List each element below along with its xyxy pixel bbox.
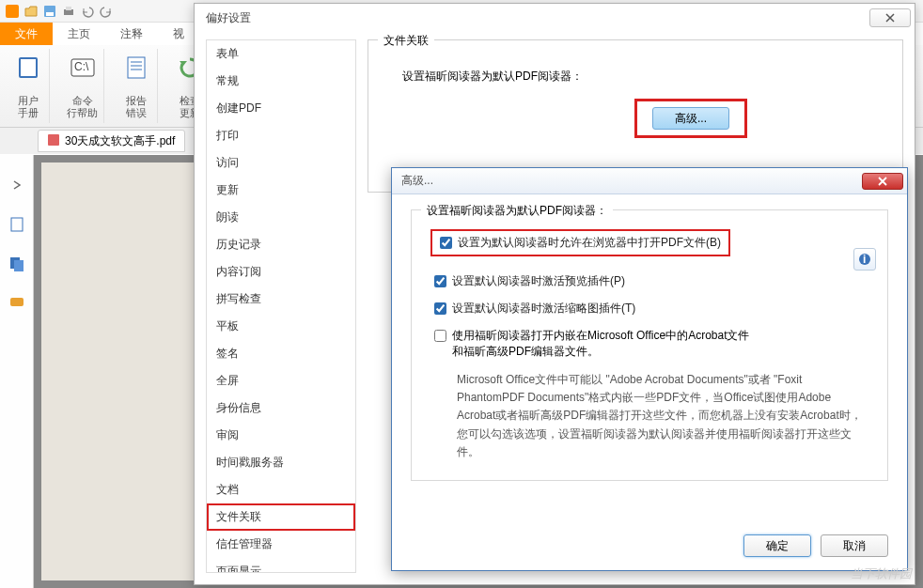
ribbon-error[interactable]: 报告 错误 <box>116 49 158 123</box>
prefs-category-item[interactable]: 内容订阅 <box>207 258 355 286</box>
prefs-category-item[interactable]: 身份信息 <box>207 395 355 422</box>
report-icon <box>121 53 151 83</box>
prefs-category-item[interactable]: 信任管理器 <box>207 531 355 558</box>
prefs-category-item[interactable]: 时间戳服务器 <box>207 449 355 476</box>
tab-home[interactable]: 主页 <box>53 23 105 45</box>
prefs-category-item[interactable]: 更新 <box>207 177 355 204</box>
office-embed-checkbox[interactable] <box>434 330 446 342</box>
info-button[interactable]: i <box>853 248 876 271</box>
tab-annot[interactable]: 注释 <box>105 23 158 45</box>
svg-rect-17 <box>10 298 23 306</box>
close-button[interactable] <box>862 173 903 190</box>
prefs-category-item[interactable]: 朗读 <box>207 204 355 231</box>
comments-icon[interactable] <box>6 292 28 315</box>
prefs-category-item[interactable]: 文档 <box>207 476 355 503</box>
svg-rect-6 <box>21 59 36 76</box>
office-embed-row: 使用福昕阅读器打开内嵌在Microsoft Office中的Acrobat文件 … <box>434 328 872 360</box>
chevron-right-icon[interactable] <box>6 174 28 196</box>
checkbox-label: 设置默认阅读器时激活缩略图插件(T) <box>452 301 635 317</box>
advanced-title-text: 高级... <box>401 173 433 189</box>
svg-rect-14 <box>11 218 23 231</box>
thumbnail-plugin-checkbox[interactable] <box>434 302 446 315</box>
svg-rect-16 <box>14 260 23 271</box>
browser-open-row: 设置为默认阅读器时允许在浏览器中打开PDF文件(B) <box>434 233 727 253</box>
prefs-category-item[interactable]: 文件关联 <box>207 503 355 531</box>
ribbon-label: 用户 手册 <box>18 95 39 119</box>
print-icon[interactable] <box>60 3 77 20</box>
app-icon <box>4 3 21 20</box>
prefs-category-item[interactable]: 访问 <box>207 149 355 177</box>
prefs-category-item[interactable]: 页面显示 <box>207 558 355 573</box>
save-icon[interactable] <box>41 3 58 20</box>
book-icon <box>13 53 43 83</box>
ribbon-label: 报告 错误 <box>126 95 147 119</box>
preferences-category-list[interactable]: 表单常规创建PDF打印访问更新朗读历史记录内容订阅拼写检查平板签名全屏身份信息审… <box>206 39 356 573</box>
svg-rect-13 <box>48 134 59 146</box>
prefs-category-item[interactable]: 创建PDF <box>207 95 355 122</box>
close-button[interactable] <box>869 8 911 27</box>
bookmark-icon[interactable] <box>6 213 28 236</box>
tab-file[interactable]: 文件 <box>0 23 53 45</box>
prefs-category-item[interactable]: 打印 <box>207 122 355 149</box>
svg-text:i: i <box>863 253 866 266</box>
fieldset-legend: 文件关联 <box>378 33 434 49</box>
preview-plugin-row: 设置默认阅读器时激活预览插件(P) <box>434 273 872 289</box>
browser-open-checkbox[interactable] <box>440 237 452 249</box>
advanced-button[interactable]: 高级... <box>652 107 729 130</box>
advanced-fieldset: 设置福昕阅读器为默认PDF阅读器： i 设置为默认阅读器时允许在浏览器中打开PD… <box>411 209 888 481</box>
watermark: 当下软件园 <box>851 565 912 582</box>
svg-rect-9 <box>128 57 145 78</box>
fieldset-legend: 设置福昕阅读器为默认PDF阅读器： <box>421 203 613 219</box>
description-text: Microsoft Office文件中可能以 "Adobe Acrobat Do… <box>457 371 872 461</box>
left-sidebar <box>0 155 34 588</box>
prefs-category-item[interactable]: 审阅 <box>207 422 355 449</box>
pdf-icon <box>48 134 59 148</box>
ribbon-cmdhelp[interactable]: C:\ 命令 行帮助 <box>61 49 104 123</box>
prefs-category-item[interactable]: 常规 <box>207 68 355 95</box>
preview-plugin-checkbox[interactable] <box>434 275 446 287</box>
prefs-category-item[interactable]: 签名 <box>207 340 355 367</box>
dialog-title: 偏好设置 <box>206 10 251 26</box>
checkbox-label: 设置为默认阅读器时允许在浏览器中打开PDF文件(B) <box>458 235 721 251</box>
advanced-button-highlight: 高级... <box>637 101 744 135</box>
prefs-category-item[interactable]: 拼写检查 <box>207 286 355 313</box>
advanced-titlebar: 高级... <box>392 168 907 194</box>
ribbon-manual[interactable]: 用户 手册 <box>8 49 50 123</box>
ribbon-label: 命令 行帮助 <box>67 95 98 119</box>
dialog-titlebar: 偏好设置 <box>195 4 915 32</box>
prefs-category-item[interactable]: 历史记录 <box>207 231 355 258</box>
prefs-category-item[interactable]: 全屏 <box>207 367 355 395</box>
prefs-category-item[interactable]: 平板 <box>207 313 355 340</box>
terminal-icon: C:\ <box>68 53 98 83</box>
checkbox-label: 设置默认阅读器时激活预览插件(P) <box>452 273 625 289</box>
svg-rect-4 <box>66 7 71 10</box>
svg-rect-2 <box>46 12 54 16</box>
redo-icon[interactable] <box>98 3 115 20</box>
pages-icon[interactable] <box>6 253 28 275</box>
undo-icon[interactable] <box>79 3 96 20</box>
ok-button[interactable]: 确定 <box>743 534 811 557</box>
svg-text:C:\: C:\ <box>74 60 89 73</box>
prefs-category-item[interactable]: 表单 <box>207 40 355 68</box>
svg-rect-0 <box>6 5 19 18</box>
thumbnail-plugin-row: 设置默认阅读器时激活缩略图插件(T) <box>434 301 872 317</box>
open-icon[interactable] <box>23 3 39 20</box>
document-tab-label: 30天成文软文高手.pdf <box>65 133 175 149</box>
cancel-button[interactable]: 取消 <box>821 534 888 557</box>
checkbox-label: 使用福昕阅读器打开内嵌在Microsoft Office中的Acrobat文件 … <box>452 328 750 360</box>
document-tab[interactable]: 30天成文软文高手.pdf <box>38 130 185 152</box>
set-default-label: 设置福昕阅读器为默认PDF阅读器： <box>402 69 583 85</box>
advanced-dialog: 高级... 设置福昕阅读器为默认PDF阅读器： i 设置为默认阅读器时允许在浏览… <box>391 167 908 571</box>
